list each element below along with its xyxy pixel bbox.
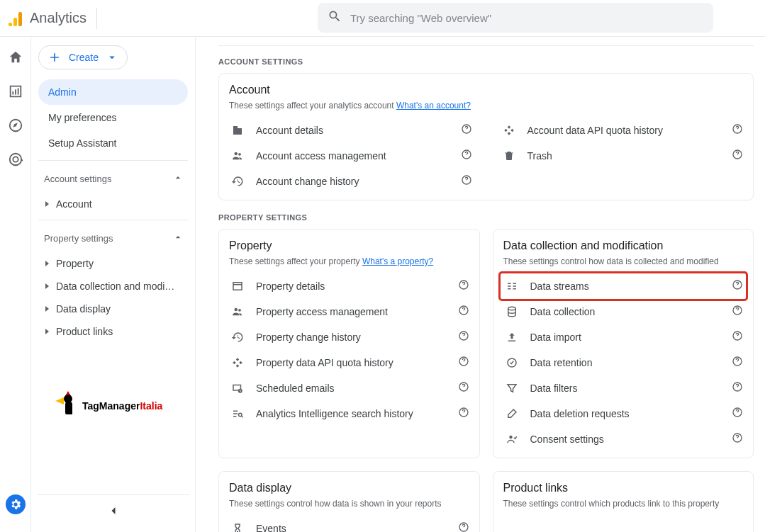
help-icon[interactable] [458,305,469,319]
row-label: Data filters [530,383,722,394]
left-rail [0,37,31,532]
svg-point-14 [235,308,238,312]
help-icon[interactable] [732,381,743,395]
svg-point-24 [508,307,515,310]
erase-icon [503,407,520,420]
chevron-up-icon [172,172,184,186]
settings-row-events[interactable]: Events [229,516,469,532]
svg-point-31 [509,436,513,439]
help-icon[interactable] [732,407,743,421]
help-icon[interactable] [458,279,469,293]
triangle-right-icon [45,261,49,266]
product-links-card: Product links These settings control whi… [493,471,754,532]
settings-row-data-import[interactable]: Data import [503,324,744,350]
svg-rect-2 [17,88,18,94]
admin-gear-icon[interactable] [6,494,26,514]
nav-setup-assistant[interactable]: Setup Assistant [38,130,188,156]
account-settings-label: ACCOUNT SETTINGS [218,57,754,66]
row-label: Events [256,523,448,532]
help-icon[interactable] [461,149,472,163]
row-label: Data retention [530,357,722,368]
create-label: Create [69,52,99,63]
nav-data-display[interactable]: Data display [38,298,188,320]
help-icon[interactable] [732,305,743,319]
settings-row-trash[interactable]: Trash [501,143,744,169]
section-account-settings[interactable]: Account settings [38,165,188,193]
help-icon[interactable] [732,356,743,370]
help-icon[interactable] [461,174,472,188]
nav-my-preferences[interactable]: My preferences [38,105,188,130]
settings-row-scheduled-emails[interactable]: Scheduled emails [229,375,469,401]
api-icon [229,356,246,369]
nav-property[interactable]: Property [38,252,188,275]
data-display-card: Data display These settings control how … [218,471,480,532]
help-icon[interactable] [458,521,469,532]
api-icon [501,124,518,137]
settings-row-account-change-history[interactable]: Account change history [229,169,472,194]
help-icon[interactable] [732,123,743,137]
svg-point-4 [9,154,21,166]
whats-a-property-link[interactable]: What's a property? [362,256,433,266]
search-input[interactable] [350,12,703,24]
explore-icon[interactable] [8,118,23,136]
row-label: Data deletion requests [530,408,722,419]
settings-row-analytics-intelligence-search-history[interactable]: Analytics Intelligence search history [229,401,469,426]
data-collection-title: Data collection and modification [503,239,744,252]
row-label: Property change history [256,332,448,343]
home-icon[interactable] [8,50,23,68]
help-icon[interactable] [458,330,469,344]
events-icon [229,522,246,532]
nav-data-collection[interactable]: Data collection and modifica... [38,275,188,298]
settings-row-property-access-management[interactable]: Property access management [229,299,469,324]
help-icon[interactable] [458,381,469,395]
settings-row-data-streams[interactable]: Data streams [501,273,747,299]
logo: Analytics [9,8,97,29]
nav-admin[interactable]: Admin [38,79,188,105]
main-content: ACCOUNT SETTINGS Account These settings … [196,37,765,532]
reports-icon[interactable] [8,84,23,102]
settings-row-consent-settings[interactable]: Consent settings [503,426,744,452]
property-card: Property These settings affect your prop… [218,229,480,458]
row-label: Account data API quota history [527,125,722,136]
settings-row-account-access-management[interactable]: Account access management [229,143,472,169]
settings-row-data-filters[interactable]: Data filters [503,375,744,401]
help-icon[interactable] [732,432,743,446]
collapse-sidebar-button[interactable] [37,494,189,518]
help-icon[interactable] [458,356,469,370]
product-links-title: Product links [503,482,744,494]
advertising-icon[interactable] [8,152,23,170]
row-label: Data streams [530,281,722,292]
create-button[interactable]: Create [38,45,128,69]
header: Analytics [0,0,765,37]
row-label: Data import [530,332,722,343]
section-property-label: Property settings [44,233,113,244]
consent-icon [503,433,520,446]
search-bar[interactable] [318,3,713,33]
settings-row-data-collection[interactable]: Data collection [503,299,744,324]
search-icon [328,9,342,26]
settings-row-property-change-history[interactable]: Property change history [229,324,469,350]
settings-row-property-details[interactable]: Property details [229,273,469,299]
filter-icon [503,382,520,395]
window-icon [229,280,246,293]
help-icon[interactable] [732,279,743,293]
settings-row-account-data-api-quota-history[interactable]: Account data API quota history [501,118,744,143]
property-card-title: Property [229,239,469,252]
nav-account[interactable]: Account [38,193,188,215]
whats-an-account-link[interactable]: What's an account? [396,101,471,111]
help-icon[interactable] [732,149,743,163]
building-icon [229,124,246,137]
settings-row-data-deletion-requests[interactable]: Data deletion requests [503,401,744,426]
help-icon[interactable] [461,123,472,137]
help-icon[interactable] [732,330,743,344]
settings-row-account-details[interactable]: Account details [229,118,472,143]
row-label: Scheduled emails [256,383,448,394]
nav-product-links[interactable]: Product links [38,320,188,343]
row-label: Consent settings [530,434,722,445]
settings-row-property-data-api-quota-history[interactable]: Property data API quota history [229,350,469,375]
help-icon[interactable] [458,407,469,421]
section-property-settings[interactable]: Property settings [38,225,188,252]
settings-row-data-retention[interactable]: Data retention [503,350,744,375]
nav: Admin My preferences Setup Assistant Acc… [38,79,188,343]
svg-point-8 [238,153,241,156]
